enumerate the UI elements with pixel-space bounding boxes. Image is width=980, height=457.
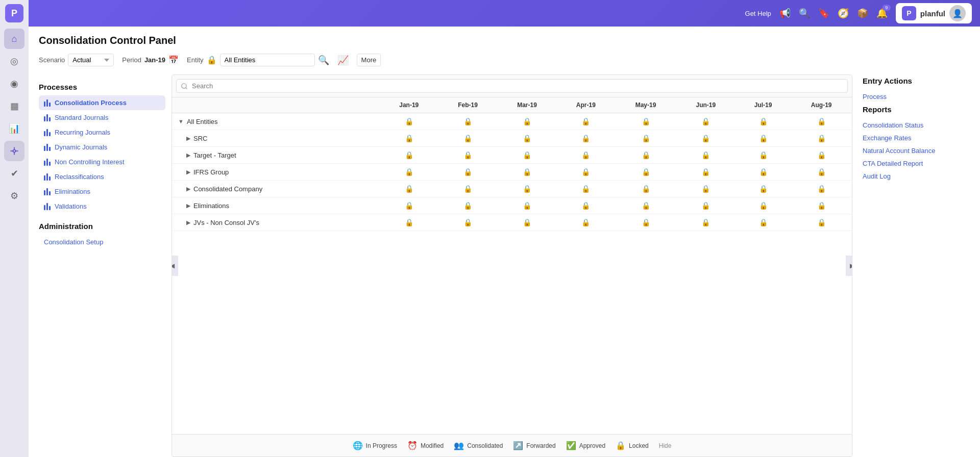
- table-search-input[interactable]: [176, 79, 848, 93]
- consolidated-company-expander[interactable]: ▶ Consolidated Company: [186, 185, 262, 193]
- lock-icon: 🔒: [581, 117, 590, 125]
- get-help-link[interactable]: Get Help: [745, 10, 771, 17]
- jvs-expander[interactable]: ▶ JVs - Non Consol JV's: [186, 219, 259, 226]
- planful-p-icon: P: [902, 6, 916, 20]
- table-row: ▶ Target - Target 🔒 🔒 🔒 🔒 🔒 🔒: [172, 147, 852, 164]
- sidebar-item-consolidation-setup[interactable]: Consolidation Setup: [39, 235, 165, 249]
- lock-icon: 🔒: [817, 218, 826, 226]
- sidebar-item-recurring-journals[interactable]: Recurring Journals: [39, 125, 165, 140]
- exchange-rates-link[interactable]: Exchange Rates: [863, 132, 970, 144]
- nav-target-icon[interactable]: ◉: [4, 73, 24, 94]
- cube-icon[interactable]: 📦: [857, 8, 868, 19]
- nav-settings-icon[interactable]: ⚙: [4, 186, 24, 206]
- audit-log-link[interactable]: Audit Log: [863, 170, 970, 183]
- expand-arrow-icon: ▶: [186, 219, 190, 226]
- megaphone-icon[interactable]: 📢: [779, 8, 791, 19]
- trend-icon[interactable]: 📈: [337, 55, 349, 66]
- target-expander[interactable]: ▶ Target - Target: [186, 151, 236, 159]
- sidebar-item-reclassifications[interactable]: Reclassifications: [39, 169, 165, 184]
- reports-title: Reports: [863, 105, 970, 114]
- search-icon[interactable]: 🔍: [799, 8, 810, 19]
- row-name: Target - Target: [193, 151, 236, 159]
- lock-icon: 🔒: [642, 117, 650, 125]
- sidebar-item-non-controlling-interest[interactable]: Non Controlling Interest: [39, 155, 165, 169]
- expand-right-handle[interactable]: ▶: [846, 256, 852, 276]
- lock-icon: 🔒: [405, 218, 413, 226]
- hide-legend-button[interactable]: Hide: [659, 442, 672, 449]
- collapse-left-handle[interactable]: ◀: [172, 256, 178, 276]
- lock-icon: 🔒: [405, 134, 413, 142]
- nav-chart-icon[interactable]: 📊: [4, 118, 24, 139]
- consolidated-label: Consolidated: [467, 442, 503, 449]
- col-header-may19: May-19: [615, 97, 676, 113]
- user-avatar[interactable]: 👤: [949, 5, 966, 21]
- lock-icon: 🔒: [701, 168, 710, 176]
- app-logo-icon[interactable]: P: [5, 4, 23, 22]
- expand-arrow-icon: ▶: [186, 169, 190, 175]
- nav-grid-icon[interactable]: ▦: [4, 96, 24, 116]
- locked-icon: 🔒: [616, 441, 626, 450]
- lock-icon: 🔒: [701, 151, 710, 159]
- all-entities-expander[interactable]: ▼ All Entities: [178, 118, 218, 125]
- entity-search-icon[interactable]: 🔍: [318, 55, 329, 66]
- process-link[interactable]: Process: [863, 90, 970, 103]
- cta-detailed-report-link[interactable]: CTA Detailed Report: [863, 157, 970, 170]
- eliminations-expander[interactable]: ▶ Eliminations: [186, 202, 229, 210]
- table-row: ▶ IFRS Group 🔒 🔒 🔒 🔒 🔒 🔒 �: [172, 164, 852, 181]
- expand-arrow-icon: ▶: [186, 152, 190, 159]
- table-search-bar: [172, 75, 852, 97]
- sidebar-item-label: Reclassifications: [55, 173, 104, 181]
- row-name: SRC: [193, 135, 207, 142]
- period-filter: Period Jan-19 📅: [122, 55, 179, 65]
- page-title: Consolidation Control Panel: [39, 35, 970, 46]
- sidebar-item-label: Consolidation Process: [55, 99, 127, 107]
- administration-section-title: Administration: [39, 222, 165, 231]
- lock-icon: 🔒: [581, 218, 590, 226]
- bookmark-icon[interactable]: 🔖: [818, 8, 829, 19]
- sidebar-item-validations[interactable]: Validations: [39, 199, 165, 214]
- nav-home-icon[interactable]: ⌂: [4, 29, 24, 49]
- ifrs-expander[interactable]: ▶ IFRS Group: [186, 168, 229, 176]
- consolidation-status-link[interactable]: Consolidation Status: [863, 119, 970, 132]
- notifications-icon[interactable]: 🔔 9: [876, 8, 888, 19]
- nci-icon: [44, 159, 51, 166]
- legend-modified: ⏰ Modified: [407, 441, 444, 450]
- nav-leaf-icon[interactable]: ◎: [4, 51, 24, 71]
- table-grid: Jan-19 Feb-19 Mar-19 Apr-19 May-19 Jun-1…: [172, 97, 852, 434]
- entity-filter: Entity 🔒 🔍: [187, 54, 329, 66]
- processes-section-title: Processes: [39, 83, 165, 91]
- left-sidebar: Processes Consolidation Process: [39, 74, 172, 457]
- sidebar-item-standard-journals[interactable]: Standard Journals: [39, 110, 165, 125]
- lock-icon: 🔒: [581, 134, 590, 142]
- validations-icon: [44, 203, 51, 210]
- expand-arrow-icon: ▶: [186, 202, 190, 209]
- entity-input[interactable]: [220, 54, 315, 66]
- period-value[interactable]: Jan-19: [144, 56, 165, 64]
- natural-account-balance-link[interactable]: Natural Account Balance: [863, 144, 970, 157]
- sidebar-item-eliminations[interactable]: Eliminations: [39, 184, 165, 199]
- expand-arrow-icon: ▼: [178, 118, 184, 124]
- lock-icon: 🔒: [463, 201, 472, 210]
- entities-table: Jan-19 Feb-19 Mar-19 Apr-19 May-19 Jun-1…: [172, 97, 852, 231]
- lock-icon: 🔒: [463, 185, 472, 193]
- scenario-select[interactable]: Actual: [68, 54, 114, 66]
- sidebar-item-dynamic-journals[interactable]: Dynamic Journals: [39, 140, 165, 155]
- sidebar-item-label: Eliminations: [55, 188, 90, 195]
- in-progress-label: In Progress: [366, 442, 397, 449]
- col-header-apr19: Apr-19: [557, 97, 616, 113]
- compass-icon[interactable]: 🧭: [838, 8, 849, 19]
- nav-check-icon[interactable]: ✔: [4, 163, 24, 184]
- approved-label: Approved: [579, 442, 605, 449]
- sidebar-item-consolidation-process[interactable]: Consolidation Process: [39, 95, 165, 110]
- lock-icon: 🔒: [463, 168, 472, 176]
- lock-icon: 🔒: [759, 218, 768, 226]
- src-expander[interactable]: ▶ SRC: [186, 135, 207, 142]
- col-header-aug19: Aug-19: [791, 97, 852, 113]
- calendar-icon[interactable]: 📅: [168, 55, 179, 65]
- more-button[interactable]: More: [357, 54, 381, 66]
- lock-icon: 🔒: [759, 168, 768, 176]
- three-col-layout: Processes Consolidation Process: [39, 74, 970, 457]
- nav-consolidation-icon[interactable]: [4, 141, 24, 161]
- planful-logo[interactable]: P planful 👤: [896, 3, 972, 23]
- lock-icon: 🔒: [817, 151, 826, 159]
